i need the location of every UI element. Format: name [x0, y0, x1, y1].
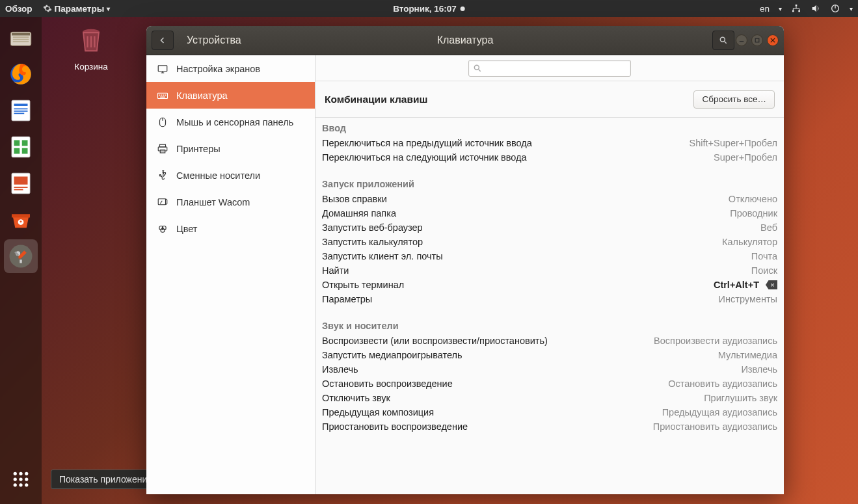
- shortcut-row[interactable]: Остановить воспроизведениеОстановить ауд…: [315, 377, 784, 391]
- sidebar-item-display[interactable]: Настройка экранов: [146, 55, 315, 82]
- shortcut-row[interactable]: Переключиться на следующий источник ввод…: [315, 150, 784, 165]
- backspace-icon[interactable]: [766, 280, 777, 289]
- input-language[interactable]: en: [760, 4, 770, 14]
- svg-point-31: [25, 472, 28, 475]
- window-controls: [736, 34, 779, 46]
- svg-rect-43: [755, 38, 759, 42]
- shortcut-name: Запустить веб-браузер: [322, 222, 423, 233]
- svg-rect-22: [14, 187, 28, 188]
- shortcut-value: Почта: [751, 251, 777, 261]
- close-button[interactable]: [767, 34, 779, 46]
- svg-rect-53: [160, 150, 165, 153]
- dock-software[interactable]: [4, 203, 38, 237]
- shortcut-row[interactable]: Вызов справкиОтключено: [315, 192, 784, 206]
- svg-rect-8: [13, 41, 29, 42]
- maximize-button[interactable]: [751, 34, 763, 46]
- shortcut-value: Приглушить звук: [704, 393, 777, 403]
- shortcut-name: Извлечь: [322, 364, 358, 375]
- sidebar-item-mouse[interactable]: Мышь и сенсорная панель: [146, 109, 315, 135]
- shortcut-name: Переключиться на предыдущий источник вво…: [322, 138, 532, 148]
- content-search-row: [315, 55, 784, 81]
- content-search[interactable]: [468, 60, 631, 77]
- titlebar-search-button[interactable]: [712, 31, 734, 50]
- sidebar-item-keyboard[interactable]: Клавиатура: [146, 82, 315, 109]
- desktop-trash[interactable]: Корзина: [62, 23, 120, 73]
- shortcut-row[interactable]: Воспроизвести (или воспроизвести/приоста…: [315, 334, 784, 348]
- activities-button[interactable]: Обзор: [5, 4, 33, 14]
- svg-rect-26: [20, 259, 22, 263]
- app-menu-label: Параметры: [55, 4, 105, 14]
- dock-impress[interactable]: [4, 166, 38, 200]
- shortcut-row[interactable]: НайтиПоиск: [315, 263, 784, 278]
- shortcut-section-header: Звук и носители: [315, 315, 784, 334]
- shortcut-name: Приостановить воспроизведение: [322, 421, 468, 432]
- volume-icon[interactable]: [811, 3, 821, 14]
- sidebar-item-tablet[interactable]: Планшет Wacom: [146, 189, 315, 215]
- shortcut-row[interactable]: Отключить звукПриглушить звук: [315, 391, 784, 405]
- shortcut-section-header: Запуск приложений: [315, 174, 784, 192]
- dock-calc[interactable]: [4, 130, 38, 164]
- svg-point-42: [720, 37, 725, 42]
- svg-rect-19: [22, 148, 28, 154]
- network-icon[interactable]: [791, 3, 801, 14]
- power-icon[interactable]: [830, 3, 840, 14]
- sidebar-item-label: Мышь и сенсорная панель: [176, 117, 293, 127]
- sidebar-item-color[interactable]: Цвет: [146, 215, 315, 242]
- dock-writer[interactable]: [4, 94, 38, 127]
- settings-window: Устройства Клавиатура Настройка экранов …: [146, 26, 784, 494]
- svg-rect-0: [796, 5, 798, 7]
- reset-all-button[interactable]: Сбросить все…: [693, 90, 775, 109]
- chevron-down-icon: ▾: [107, 5, 110, 12]
- shortcut-name: Остановить воспроизведение: [322, 378, 453, 389]
- svg-rect-7: [13, 39, 29, 40]
- shortcut-row[interactable]: Запустить веб-браузерВеб: [315, 220, 784, 235]
- shortcut-value: Shift+Super+Пробел: [690, 138, 777, 148]
- shortcuts-list[interactable]: ВводПереключиться на предыдущий источник…: [315, 117, 784, 494]
- dock-show-apps[interactable]: [4, 462, 38, 496]
- back-button[interactable]: [152, 31, 174, 50]
- display-icon: [157, 63, 168, 75]
- shortcut-value: Приостановить аудиозапись: [653, 421, 777, 432]
- svg-rect-44: [158, 65, 167, 71]
- svg-rect-6: [13, 36, 29, 38]
- shortcut-section-header: Ввод: [315, 118, 784, 136]
- shortcut-row[interactable]: Запустить калькуляторКалькулятор: [315, 235, 784, 249]
- shortcut-row[interactable]: Запустить клиент эл. почтыПочта: [315, 249, 784, 263]
- svg-rect-52: [158, 147, 167, 151]
- tooltip-show-apps: Показать приложения: [51, 470, 161, 489]
- svg-point-58: [474, 65, 479, 70]
- svg-rect-49: [165, 94, 167, 96]
- shortcut-name: Вызов справки: [322, 194, 387, 204]
- shortcut-row[interactable]: Предыдущая композицияПредыдущая аудиозап…: [315, 405, 784, 419]
- sidebar-item-printer[interactable]: Принтеры: [146, 135, 315, 162]
- svg-rect-12: [14, 109, 28, 110]
- shortcut-name: Предыдущая композиция: [322, 407, 434, 418]
- sidebar-item-label: Настройка экранов: [176, 64, 260, 74]
- color-icon: [157, 223, 168, 235]
- shortcut-row[interactable]: ИзвлечьИзвлечь: [315, 362, 784, 377]
- shortcut-row[interactable]: Запустить медиапроигрывательМультимедиа: [315, 348, 784, 362]
- shortcut-row[interactable]: Переключиться на предыдущий источник вво…: [315, 136, 784, 150]
- svg-rect-48: [163, 94, 165, 96]
- clock[interactable]: Вторник, 16:07: [393, 4, 465, 14]
- notification-dot-icon: [461, 7, 465, 11]
- content-heading: Комбинации клавиш: [325, 94, 427, 105]
- dock-settings[interactable]: [4, 239, 38, 273]
- tablet-icon: [157, 196, 168, 208]
- mouse-icon: [157, 116, 168, 128]
- svg-point-37: [25, 483, 28, 486]
- shortcut-value: Предыдущая аудиозапись: [662, 407, 777, 418]
- dock-files[interactable]: [4, 21, 38, 55]
- minimize-button[interactable]: [736, 34, 747, 46]
- svg-rect-50: [160, 96, 165, 98]
- shortcut-row[interactable]: Открыть терминалCtrl+Alt+T: [315, 278, 784, 292]
- shortcut-row[interactable]: Приостановить воспроизведениеПриостанови…: [315, 419, 784, 434]
- dock-firefox[interactable]: [4, 57, 38, 91]
- shortcut-row[interactable]: ПараметрыИнструменты: [315, 292, 784, 306]
- content-search-input[interactable]: [486, 63, 626, 73]
- chevron-down-icon: ▾: [779, 5, 782, 12]
- shortcut-row[interactable]: Домашняя папкаПроводник: [315, 206, 784, 220]
- sidebar-item-usb[interactable]: Сменные носители: [146, 162, 315, 189]
- app-menu[interactable]: Параметры ▾: [43, 4, 111, 14]
- titlebar-section: Устройства: [187, 34, 310, 46]
